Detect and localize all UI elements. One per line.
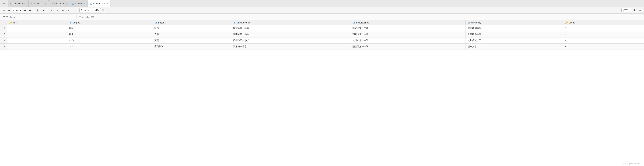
cell-major-row4[interactable]: 应用数学	[152, 44, 231, 50]
cell-middleschool-row2[interactable]: 朝阳区第一中学	[350, 31, 465, 38]
cell-major-row3[interactable]: 英语	[152, 38, 231, 44]
table-row[interactable]: 44本科应用数学阳泉第一小学阳泉区第一中学清华大学4	[0, 44, 644, 50]
cell-primaryschool-row1[interactable]: 静安区第一小学	[231, 25, 350, 31]
filter-bar: ▼ WHERE ≡ ORDER BY	[0, 14, 644, 20]
cell-major-row2[interactable]: 表演	[152, 31, 231, 38]
cell-degree-row1[interactable]: 本科	[67, 25, 152, 31]
id-sort-arrows[interactable]: ▲▼	[16, 21, 17, 24]
primaryschool-sort-arrows[interactable]: ▲▼	[252, 21, 254, 24]
toolbar-separator-2	[48, 8, 48, 12]
cell-middleschool-row4[interactable]: 阳泉区第一中学	[350, 44, 465, 50]
col-header-userid[interactable]: 🔑userid▲▼	[563, 20, 644, 25]
middleschool-col-icon: ⊞	[352, 21, 355, 24]
tab-console_6[interactable]: ⊳console_6×	[49, 0, 70, 7]
table-row[interactable]: 11本科舞蹈静安区第一小学静安区第一中学北京舞蹈学院1	[0, 25, 644, 31]
cell-userid-row3[interactable]: 3	[563, 38, 644, 44]
csv-dropdown-icon: ▾	[628, 9, 630, 12]
last-row-button[interactable]: ⏭	[28, 8, 33, 12]
csv-export-button[interactable]: CSV ▾	[622, 8, 632, 12]
table-icon: ⊞	[72, 2, 74, 5]
data-table: 🔑id▲▼⊞degree▲▼⊞major▲▼⊞primaryschool▲▼⊞m…	[0, 20, 644, 50]
where-label: WHERE	[6, 16, 16, 18]
order-by-section: ≡ ORDER BY	[76, 16, 150, 18]
cell-middleschool-row3[interactable]: 杭州市第一中学	[350, 38, 465, 44]
degree-sort-arrows[interactable]: ▲▼	[81, 21, 82, 24]
cell-id-row1[interactable]: 1	[7, 25, 67, 31]
cell-primaryschool-row3[interactable]: 杭州市第一小学	[231, 38, 350, 44]
tab-close-console_4[interactable]: ×	[44, 2, 46, 5]
cell-university-row2[interactable]: 北京电影学院	[465, 31, 563, 38]
tab-close-console_6[interactable]: ×	[66, 2, 67, 5]
col-header-major[interactable]: ⊞major▲▼	[152, 20, 231, 25]
move-up-button[interactable]: ↑	[72, 8, 76, 12]
cell-university-row3[interactable]: 杭州师范大学	[465, 38, 563, 44]
cell-id-row2[interactable]: 2	[7, 31, 67, 38]
col-header-university[interactable]: ⊞university▲▼	[465, 20, 563, 25]
tx-label: Tx: Auto	[81, 9, 89, 12]
tab-label-console_6: console_6	[54, 2, 64, 5]
rows-dropdown-icon: ▾	[20, 9, 21, 12]
toolbar: ⏮ ◀ 4 rows ▾ ▶ ⏭ ↻ ■ + − ↩ ↪ ↑ Tx: Auto …	[0, 7, 644, 14]
cell-university-row4[interactable]: 清华大学	[465, 44, 563, 50]
row-number-1: 1	[0, 25, 7, 31]
major-col-label: major	[158, 21, 164, 24]
window-minimize-button[interactable]: ─	[2, 1, 6, 6]
prev-row-button[interactable]: ◀	[7, 8, 12, 12]
cell-university-row1[interactable]: 北京舞蹈学院	[465, 25, 563, 31]
next-row-button[interactable]: ▶	[22, 8, 28, 12]
col-header-id[interactable]: 🔑id▲▼	[7, 20, 67, 25]
cell-degree-row3[interactable]: 本科	[67, 38, 152, 44]
download-button[interactable]: ⬇	[632, 8, 637, 12]
cell-primaryschool-row2[interactable]: 朝阳区第一小学	[231, 31, 350, 38]
tab-close-tb_user_edu[interactable]: ×	[106, 2, 108, 5]
stop-button[interactable]: ■	[41, 8, 46, 12]
order-by-icon: ≡	[79, 16, 81, 18]
userid-sort-arrows[interactable]: ▲▼	[576, 21, 578, 24]
filter-columns-button[interactable]: ⊟	[638, 8, 642, 12]
cell-userid-row4[interactable]: 4	[563, 44, 644, 50]
tab-console_3[interactable]: ⊳console_3×	[8, 0, 28, 7]
col-header-primaryschool[interactable]: ⊞primaryschool▲▼	[231, 20, 350, 25]
tab-tb_user_edu[interactable]: ⊞tb_user_edu×	[88, 0, 110, 7]
toolbar-right: CSV ▾ ⬇ ⊟	[622, 8, 642, 12]
cell-userid-row2[interactable]: 2	[563, 31, 644, 38]
tab-label-tb_user: tb_user	[75, 2, 82, 5]
main-content: 🔑id▲▼⊞degree▲▼⊞major▲▼⊞primaryschool▲▼⊞m…	[0, 20, 644, 166]
cell-userid-row1[interactable]: 1	[563, 25, 644, 31]
cell-degree-row4[interactable]: 本科	[67, 44, 152, 50]
cell-id-row4[interactable]: 4	[7, 44, 67, 50]
major-sort-arrows[interactable]: ▲▼	[165, 21, 166, 24]
order-by-label: ORDER BY	[82, 16, 94, 18]
tx-dropdown[interactable]: Tx: Auto ▾	[80, 8, 92, 12]
cell-id-row3[interactable]: 3	[7, 38, 67, 44]
rows-selector[interactable]: 4 rows ▾	[12, 8, 22, 12]
table-icon: ⊞	[90, 2, 92, 5]
ddl-button[interactable]: DDL	[93, 8, 101, 12]
major-col-icon: ⊞	[154, 21, 157, 24]
redo-button[interactable]: ↪	[66, 8, 71, 12]
table-row[interactable]: 33本科英语杭州市第一小学杭州市第一中学杭州师范大学3	[0, 38, 644, 44]
university-sort-arrows[interactable]: ▲▼	[482, 21, 484, 24]
cell-major-row1[interactable]: 舞蹈	[152, 25, 231, 31]
undo-button[interactable]: ↩	[60, 8, 65, 12]
search-button[interactable]: 🔍	[102, 8, 106, 12]
refresh-button[interactable]: ↻	[36, 8, 40, 12]
where-section: ▼ WHERE	[3, 16, 76, 18]
cell-middleschool-row1[interactable]: 静安区第一中学	[350, 25, 465, 31]
row-number-4: 4	[0, 44, 7, 50]
col-header-degree[interactable]: ⊞degree▲▼	[67, 20, 152, 25]
table-row[interactable]: 22硕士表演朝阳区第一小学朝阳区第一中学北京电影学院2	[0, 31, 644, 38]
middleschool-sort-arrows[interactable]: ▲▼	[371, 21, 372, 24]
cell-primaryschool-row4[interactable]: 阳泉第一小学	[231, 44, 350, 50]
tab-tb_user[interactable]: ⊞tb_user×	[70, 0, 88, 7]
remove-row-button[interactable]: −	[55, 8, 60, 12]
tab-close-tb_user[interactable]: ×	[84, 2, 85, 5]
tab-console_4[interactable]: ⊳console_4×	[28, 0, 49, 7]
tab-close-console_3[interactable]: ×	[24, 2, 26, 5]
add-row-button[interactable]: +	[49, 8, 54, 12]
watermark: CSDN @boyбытьсвязь	[623, 163, 642, 164]
col-header-middleschool[interactable]: ⊞middleschool▲▼	[350, 20, 465, 25]
table-header: 🔑id▲▼⊞degree▲▼⊞major▲▼⊞primaryschool▲▼⊞m…	[0, 20, 644, 25]
cell-degree-row2[interactable]: 硕士	[67, 31, 152, 38]
first-row-button[interactable]: ⏮	[2, 8, 6, 12]
